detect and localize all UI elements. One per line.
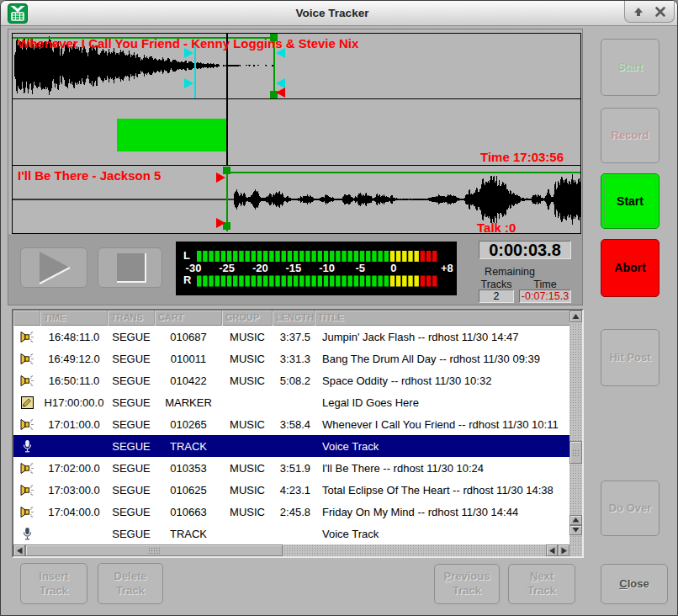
- cell-time: 17:02:00.0: [40, 462, 108, 475]
- log-table: TIME TRANS CART GROUP LENGTH TITLE 16:48…: [12, 309, 584, 558]
- log-row[interactable]: 16:50:11.0SEGUE010422MUSIC5:08.2Space Od…: [13, 369, 569, 391]
- scroll-up-button2[interactable]: [569, 515, 582, 525]
- column-header-group[interactable]: GROUP: [222, 311, 273, 326]
- cell-time: 16:49:12.0: [40, 353, 108, 365]
- scrollbar-corner: [569, 544, 582, 556]
- voicetrack-block[interactable]: [117, 119, 226, 151]
- talk-time-label: Talk :0: [477, 220, 516, 234]
- cell-len: 4:23.1: [273, 484, 315, 497]
- cell-cart: 010663: [155, 506, 222, 518]
- log-row[interactable]: SEGUETRACKVoice Track: [13, 523, 569, 544]
- cell-group: MUSIC: [222, 353, 273, 365]
- close-window-button[interactable]: [654, 6, 666, 18]
- titlebar[interactable]: Voice Tracker: [1, 1, 677, 26]
- previous-track-label1: Previous: [444, 570, 490, 584]
- cell-title: Bang The Drum All Day -- rdhost 11/30 09…: [315, 353, 569, 365]
- cell-group: MUSIC: [222, 462, 273, 475]
- log-row[interactable]: 16:49:12.0SEGUE010011MUSIC3:31.3Bang The…: [13, 348, 569, 369]
- column-header-trans[interactable]: TRANS: [108, 311, 155, 326]
- track2-level-line[interactable]: [227, 172, 580, 173]
- cell-cart: 010353: [155, 462, 222, 475]
- cell-len: 3:37.5: [273, 331, 315, 343]
- cell-title: Voice Track: [315, 440, 569, 453]
- speaker-icon: [13, 505, 40, 519]
- speaker-icon: [13, 352, 40, 366]
- abort-button[interactable]: Abort: [601, 239, 659, 297]
- track2-start-handle-bottom[interactable]: [216, 218, 225, 228]
- cell-len: 3:31.3: [273, 353, 315, 365]
- delete-track-button[interactable]: Delete Track: [98, 563, 163, 604]
- cell-cart: TRACK: [155, 528, 222, 540]
- horizontal-scrollbar[interactable]: [13, 544, 569, 556]
- play-button[interactable]: [20, 247, 87, 288]
- cell-trans: SEGUE: [108, 506, 155, 518]
- cell-trans: SEGUE: [108, 396, 155, 409]
- remaining-label: Remaining: [476, 266, 543, 278]
- cell-trans: SEGUE: [108, 484, 155, 497]
- insert-track-button[interactable]: Insert Track: [20, 563, 87, 604]
- cell-trans: SEGUE: [108, 418, 155, 431]
- elapsed-time-display: 0:00:03.8: [479, 241, 571, 259]
- log-row[interactable]: 17:01:00.0SEGUE010265MUSIC3:58.4Whenever…: [13, 413, 569, 435]
- meter-right-label: R: [183, 273, 191, 286]
- vertical-scroll-handle[interactable]: [569, 441, 582, 464]
- cell-group: MUSIC: [222, 418, 273, 431]
- record-button[interactable]: Record: [601, 108, 659, 163]
- log-row[interactable]: 16:48:11.0SEGUE010687MUSIC3:37.5Jumpin' …: [13, 326, 569, 348]
- close-button[interactable]: Close: [601, 564, 668, 604]
- cell-trans: SEGUE: [108, 462, 155, 475]
- cell-len: 3:58.4: [273, 418, 315, 431]
- column-header-length[interactable]: LENGTH: [273, 311, 315, 326]
- track2-waveform-region[interactable]: I'll Be There - Jackson 5 Talk :0: [12, 165, 581, 234]
- playhead-line: [226, 99, 228, 166]
- log-table-header: TIME TRANS CART GROUP LENGTH TITLE: [13, 311, 569, 326]
- scroll-left-button[interactable]: [13, 544, 25, 556]
- segue-marker-handle-bottom[interactable]: [184, 78, 193, 88]
- speaker-icon: [13, 374, 40, 388]
- log-row[interactable]: 17:02:00.0SEGUE010353MUSIC3:51.9I'll Be …: [13, 457, 569, 479]
- hit-post-button[interactable]: Hit Post: [601, 329, 659, 386]
- scroll-down-button[interactable]: [569, 525, 582, 535]
- start-track2-button[interactable]: Start: [601, 173, 659, 229]
- column-header-icon[interactable]: [13, 311, 40, 326]
- column-header-time[interactable]: TIME: [40, 311, 108, 326]
- cell-len: 2:45.8: [273, 506, 315, 518]
- cell-trans: SEGUE: [108, 528, 155, 540]
- log-row[interactable]: H17:00:00.0SEGUEMARKERLegal ID Goes Here: [13, 391, 569, 413]
- previous-track-label2: Track: [453, 584, 481, 598]
- stop-button[interactable]: [98, 247, 162, 288]
- column-header-title[interactable]: TITLE: [315, 311, 569, 326]
- remaining-tracks-label: Tracks: [479, 279, 514, 290]
- log-row[interactable]: 17:03:00.0SEGUE010625MUSIC4:23.1Total Ec…: [13, 479, 569, 501]
- cell-trans: SEGUE: [108, 374, 155, 387]
- remaining-tracks-value: 2: [479, 289, 514, 303]
- cell-time: 17:04:00.0: [40, 506, 108, 518]
- do-over-button[interactable]: Do Over: [601, 481, 659, 536]
- shade-button[interactable]: [633, 6, 644, 18]
- end-marker-handle[interactable]: [276, 88, 285, 98]
- voice-tracker-window: Voice Tracker Whenever I Call You Friend…: [0, 0, 678, 616]
- voicetrack-region[interactable]: Time 17:03:56: [12, 98, 581, 166]
- column-header-cart[interactable]: CART: [155, 311, 222, 326]
- next-track-button[interactable]: Next Track: [508, 564, 575, 604]
- cell-group: MUSIC: [222, 484, 273, 497]
- scroll-right-button[interactable]: [558, 544, 569, 556]
- speaker-icon: [13, 461, 40, 475]
- log-row[interactable]: 17:04:00.0SEGUE010663MUSIC2:45.8Friday O…: [13, 501, 569, 523]
- scroll-left-button2[interactable]: [546, 544, 558, 556]
- scroll-up-button[interactable]: [569, 311, 582, 322]
- segue-marker-line[interactable]: [194, 44, 196, 98]
- start-track1-button[interactable]: Start: [601, 39, 659, 96]
- horizontal-scroll-handle[interactable]: [25, 544, 283, 556]
- log-row[interactable]: SEGUETRACKVoice Track: [13, 435, 569, 457]
- cell-cart: 010265: [155, 418, 222, 431]
- cell-time: 16:48:11.0: [40, 331, 108, 343]
- cell-group: MUSIC: [222, 331, 273, 343]
- previous-track-button[interactable]: Previous Track: [434, 564, 500, 604]
- cell-trans: SEGUE: [108, 331, 155, 343]
- track2-start-handle-top[interactable]: [216, 173, 225, 183]
- track1-waveform-region[interactable]: Whenever I Call You Friend - Kenny Loggi…: [12, 33, 581, 99]
- cell-title: Friday On My Mind -- rdhost 11/30 14:44: [315, 506, 569, 518]
- cell-title: Space Oddity -- rdhost 11/30 10:32: [315, 374, 569, 387]
- vertical-scrollbar[interactable]: [569, 311, 582, 556]
